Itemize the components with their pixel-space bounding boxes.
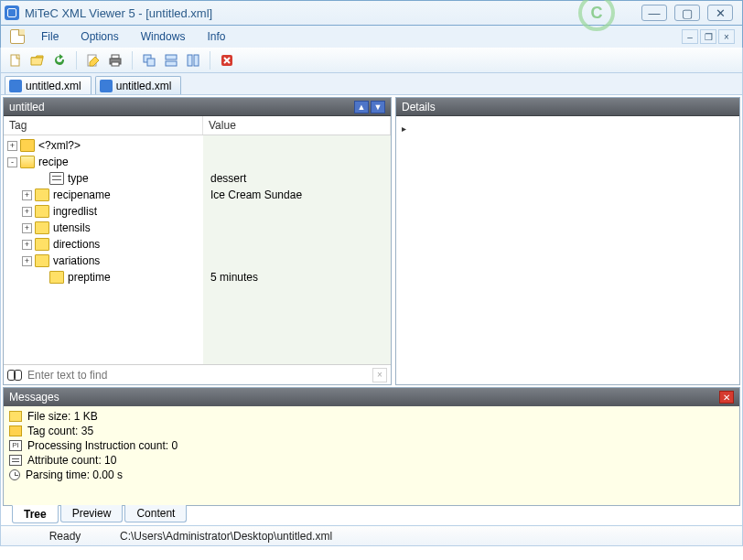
status-state: Ready	[10, 530, 120, 543]
tree-row[interactable]: +ingredlist	[4, 203, 203, 220]
expander-icon[interactable]: +	[22, 207, 32, 217]
tree-row[interactable]: +variations	[4, 253, 203, 269]
doc-tab[interactable]: untitled.xml	[95, 76, 182, 94]
tree-tag-label: ingredlist	[53, 205, 97, 218]
menu-file[interactable]: File	[32, 27, 68, 46]
expander-icon[interactable]: -	[7, 157, 17, 167]
menu-info[interactable]: Info	[198, 27, 234, 46]
tab-preview[interactable]: Preview	[60, 505, 124, 522]
messages-body: File size: 1 KBTag count: 35Processing I…	[4, 406, 739, 505]
doc-tab-label: untitled.xml	[116, 80, 172, 92]
tree-row[interactable]: preptime	[4, 269, 203, 285]
doc-tab-icon	[9, 80, 22, 92]
tree-row[interactable]: +recipename	[4, 187, 203, 203]
clear-find-button[interactable]: ×	[372, 368, 387, 382]
tag-icon	[9, 425, 22, 436]
toolbar	[0, 48, 743, 73]
mdi-controls: – ❐ ×	[682, 29, 735, 44]
column-tag[interactable]: Tag	[4, 116, 203, 135]
expander-icon[interactable]: +	[7, 141, 17, 151]
tree-panel-title: untitled	[9, 101, 45, 113]
clock-icon	[9, 469, 20, 480]
tree-tag-label: preptime	[68, 271, 111, 284]
maximize-button[interactable]: ▢	[674, 5, 700, 21]
tree-row[interactable]: +<?xml?>	[4, 137, 203, 154]
tree-panel: untitled ▲ ▼ Tag Value +<?xml?>-recipety…	[3, 97, 392, 385]
svg-rect-9	[188, 55, 192, 66]
column-value[interactable]: Value	[203, 116, 391, 135]
messages-title: Messages	[9, 391, 59, 404]
attribute-icon	[49, 172, 64, 185]
close-button[interactable]: ✕	[707, 5, 733, 21]
edit-button[interactable]	[84, 51, 102, 70]
details-panel-title: Details	[402, 101, 436, 113]
mdi-close-button[interactable]: ×	[718, 29, 735, 44]
minimize-button[interactable]: ―	[641, 5, 667, 21]
toolbar-separator	[76, 51, 77, 70]
tile-vertical-button[interactable]	[184, 51, 202, 70]
tree-row[interactable]: type	[4, 170, 203, 187]
mdi-minimize-button[interactable]: –	[682, 29, 698, 44]
details-panel-header: Details	[396, 98, 739, 116]
status-path: C:\Users\Administrator\Desktop\untitled.…	[120, 530, 733, 543]
element-icon	[35, 254, 49, 267]
tree-tag-label: directions	[53, 238, 100, 251]
tree-columns: Tag Value	[4, 116, 391, 135]
messages-close-button[interactable]: ✕	[719, 391, 734, 404]
new-button[interactable]	[6, 51, 25, 70]
expand-arrow-icon[interactable]: ▸	[402, 124, 406, 134]
tree-tag-label: utensils	[53, 221, 91, 234]
svg-rect-8	[166, 61, 177, 66]
tree-value-cell	[203, 154, 391, 170]
message-line: Attribute count: 10	[9, 453, 734, 468]
tree-value-cell: Ice Cream Sundae	[203, 187, 391, 203]
main-row: untitled ▲ ▼ Tag Value +<?xml?>-recipety…	[0, 95, 743, 387]
open-button[interactable]	[28, 51, 47, 70]
tree-value-cell	[203, 236, 391, 253]
menubar: File Options Windows Info – ❐ ×	[0, 26, 743, 48]
app-icon	[5, 5, 19, 20]
refresh-button[interactable]	[50, 51, 69, 70]
message-text: Attribute count: 10	[27, 454, 116, 467]
print-button[interactable]	[106, 51, 124, 70]
tree-value-cell	[203, 253, 391, 269]
find-bar: ×	[4, 364, 391, 384]
svg-rect-6	[147, 59, 155, 66]
tree-tag-label: <?xml?>	[38, 139, 81, 152]
watermark-icon	[578, 0, 615, 31]
message-text: Processing Instruction count: 0	[27, 439, 178, 452]
tree-row[interactable]: +directions	[4, 236, 203, 253]
tile-horizontal-button[interactable]	[162, 51, 180, 70]
mdi-restore-button[interactable]: ❐	[700, 29, 716, 44]
expander-icon[interactable]: +	[22, 256, 32, 266]
tab-tree[interactable]: Tree	[12, 505, 59, 523]
toolbar-separator	[210, 51, 210, 70]
menu-options[interactable]: Options	[71, 27, 127, 46]
tree-tag-label: recipe	[38, 156, 69, 168]
statusbar: Ready C:\Users\Administrator\Desktop\unt…	[0, 526, 743, 546]
menu-windows[interactable]: Windows	[132, 27, 195, 46]
titlebar: MiTeC XML Viewer 5 - [untitled.xml] ― ▢ …	[0, 0, 743, 26]
expander-icon[interactable]: +	[22, 190, 32, 200]
close-doc-button[interactable]	[218, 51, 236, 70]
collapse-all-button[interactable]: ▲	[354, 101, 369, 113]
messages-panel: Messages ✕ File size: 1 KBTag count: 35P…	[3, 387, 740, 506]
expander-icon[interactable]: +	[22, 240, 32, 250]
element-icon	[49, 271, 64, 284]
tree-row[interactable]: +utensils	[4, 220, 203, 236]
binoculars-icon	[7, 370, 22, 381]
message-line: Parsing time: 0.00 s	[9, 468, 734, 482]
doc-tab[interactable]: untitled.xml	[5, 76, 92, 94]
document-icon	[10, 29, 25, 44]
tree-row[interactable]: -recipe	[4, 154, 203, 170]
expander-icon[interactable]: +	[22, 223, 32, 233]
tree-panel-header: untitled ▲ ▼	[4, 98, 391, 116]
svg-rect-10	[194, 55, 199, 66]
element-icon	[35, 221, 49, 234]
expand-all-button[interactable]: ▼	[371, 101, 385, 113]
cascade-button[interactable]	[140, 51, 158, 70]
tree-body: +<?xml?>-recipetype+recipename+ingredlis…	[4, 135, 391, 364]
find-input[interactable]	[27, 369, 367, 382]
tab-content[interactable]: Content	[124, 505, 187, 522]
element-icon	[35, 188, 49, 201]
